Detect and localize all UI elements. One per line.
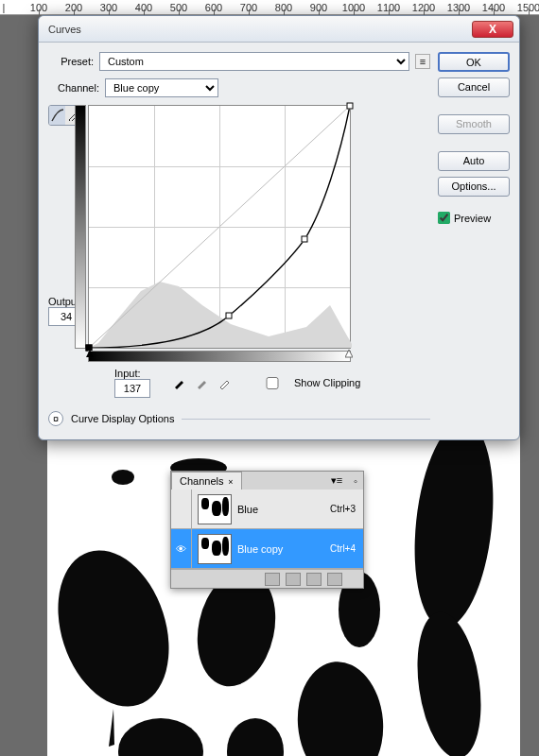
channel-name: Blue copy	[237, 543, 330, 555]
channels-panel[interactable]: Channels × ▾≡ ◦ BlueCtrl+3👁Blue copyCtrl…	[170, 471, 364, 589]
channel-label: Channel:	[50, 82, 99, 94]
horizontal-gradient-ramp[interactable]	[88, 351, 351, 362]
preset-select[interactable]: Custom	[99, 52, 409, 71]
curve-path[interactable]	[89, 106, 350, 348]
preset-menu-icon[interactable]: ≡	[415, 54, 430, 69]
smooth-button[interactable]: Smooth	[438, 114, 510, 134]
channels-tab[interactable]: Channels ×	[171, 472, 242, 490]
dialog-titlebar[interactable]: Curves X	[39, 16, 519, 43]
panel-menu-icon[interactable]: ▾≡	[325, 474, 348, 487]
ok-button[interactable]: OK	[438, 52, 510, 72]
visibility-toggle-icon[interactable]	[171, 490, 192, 528]
new-channel-icon[interactable]	[306, 573, 322, 586]
black-eyedropper-icon[interactable]	[171, 374, 188, 391]
channels-tab-label: Channels	[180, 475, 223, 487]
auto-button[interactable]: Auto	[438, 151, 510, 171]
input-label: Input:	[114, 368, 150, 379]
curve-point-highlight[interactable]	[347, 103, 354, 110]
dialog-title: Curves	[39, 24, 81, 35]
horizontal-ruler: | // ticks rendered after data load belo…	[0, 0, 539, 15]
preset-label: Preset:	[48, 56, 94, 67]
options-button[interactable]: Options...	[438, 177, 510, 197]
curve-point-2[interactable]	[302, 235, 308, 242]
svg-point-6	[118, 718, 203, 756]
curve-point-1[interactable]	[226, 312, 233, 318]
svg-point-8	[112, 470, 134, 485]
channel-shortcut: Ctrl+3	[330, 504, 363, 514]
delete-channel-icon[interactable]	[327, 573, 342, 586]
cancel-button[interactable]: Cancel	[438, 77, 510, 97]
svg-point-4	[293, 658, 389, 756]
channel-thumbnail	[198, 534, 232, 564]
svg-point-0	[47, 536, 188, 721]
gray-eyedropper-icon[interactable]	[194, 374, 211, 391]
svg-point-2	[409, 608, 489, 756]
load-selection-icon[interactable]	[265, 573, 280, 586]
vertical-gradient-ramp	[75, 105, 86, 349]
channel-thumbnail	[198, 494, 232, 524]
channel-name: Blue	[237, 504, 330, 515]
close-tab-icon[interactable]: ×	[228, 477, 233, 487]
channel-row[interactable]: 👁Blue copyCtrl+4	[171, 529, 363, 569]
panel-close-icon[interactable]: ◦	[348, 475, 363, 487]
channel-shortcut: Ctrl+4	[330, 543, 363, 554]
channels-footer	[171, 569, 363, 588]
show-clipping-checkbox[interactable]: Show Clipping	[254, 377, 360, 389]
channel-row[interactable]: BlueCtrl+3	[171, 490, 363, 529]
white-eyedropper-icon[interactable]	[217, 374, 234, 391]
black-point-slider[interactable]	[86, 350, 94, 363]
svg-point-1	[406, 417, 503, 631]
save-selection-icon[interactable]	[286, 573, 301, 586]
curve-display-options-label: Curve Display Options	[71, 413, 174, 424]
white-point-slider[interactable]	[345, 350, 353, 363]
preview-checkbox[interactable]: Preview	[438, 212, 510, 224]
curve-display-expand-icon[interactable]: ¤	[48, 411, 63, 426]
visibility-toggle-icon[interactable]: 👁	[171, 529, 192, 568]
svg-marker-11	[86, 350, 94, 357]
curves-dialog: Curves X Preset: Custom ≡ Channel: Blue …	[38, 15, 520, 440]
dialog-close-button[interactable]: X	[472, 21, 513, 38]
curves-graph[interactable]	[88, 105, 351, 349]
channel-select[interactable]: Blue copy	[105, 78, 218, 97]
svg-marker-12	[345, 350, 353, 357]
svg-point-7	[227, 718, 284, 756]
input-field[interactable]	[114, 379, 150, 398]
point-curve-icon[interactable]	[49, 106, 65, 125]
